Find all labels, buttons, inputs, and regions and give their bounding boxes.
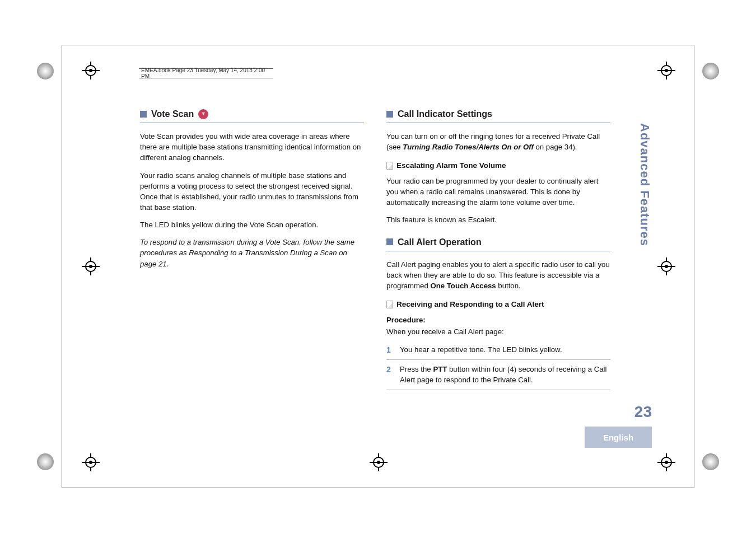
subsection-escalating: Escalating Alarm Tone Volume [386,160,610,171]
procedure-step: 1 You hear a repetitive tone. The LED bl… [386,340,610,360]
body-text: This feature is known as Escalert. [386,214,610,225]
body-text: Vote Scan provides you with wide area co… [140,131,364,163]
side-tab-section: Advanced Features [635,123,652,252]
body-text: Your radio scans analog channels of mult… [140,170,364,213]
right-column: Call Indicator Settings You can turn on … [386,107,610,443]
running-header: EMEA.book Page 23 Tuesday, May 14, 2013 … [139,68,273,78]
section-bullet-icon [386,238,393,245]
xref-link: Turning Radio Tones/Alerts On or Off [403,143,533,151]
body-text: Your radio can be programmed by your dea… [386,176,610,208]
reg-target [372,456,385,469]
text-run: button. [496,282,521,290]
heading-text: Vote Scan [151,107,194,120]
section-vote-scan: Vote Scan [140,107,364,123]
text-bold: PTT [433,365,447,373]
section-bullet-icon [386,111,393,118]
section-call-indicator: Call Indicator Settings [386,107,610,123]
reg-target [660,260,673,273]
procedure-label: Procedure: [386,315,610,325]
subsection-receiving: Receiving and Responding to a Call Alert [386,299,610,310]
reg-target [84,456,97,469]
step-number: 1 [386,344,394,355]
body-text: The LED blinks yellow during the Vote Sc… [140,219,364,230]
reg-disc [37,63,54,79]
language-box: English [585,427,652,448]
reg-disc [702,63,719,79]
procedure-intro: When you receive a Call Alert page: [386,326,610,337]
body-text: You can turn on or off the ringing tones… [386,131,610,152]
step-text: You hear a repetitive tone. The LED blin… [400,344,562,355]
reg-target [660,456,673,469]
reg-target [84,260,97,273]
page-icon [386,301,393,308]
step-text: Press the PTT button within four (4) sec… [400,364,610,385]
text-run: on page 34). [534,143,577,151]
section-bullet-icon [140,111,147,118]
runhead-text: EMEA.book Page 23 Tuesday, May 14, 2013 … [141,67,273,79]
body-text: Call Alert paging enables you to alert a… [386,259,610,291]
left-column: Vote Scan Vote Scan provides you with wi… [140,107,364,443]
page-icon [386,162,393,170]
reg-disc [702,453,719,470]
antenna-icon [198,109,208,119]
section-call-alert: Call Alert Operation [386,236,610,251]
svg-point-0 [203,114,204,115]
subheading-text: Receiving and Responding to a Call Alert [396,299,544,310]
text-bold: One Touch Access [430,282,496,290]
heading-text: Call Alert Operation [398,236,482,249]
subheading-text: Escalating Alarm Tone Volume [396,160,506,171]
page-content: Vote Scan Vote Scan provides you with wi… [140,107,610,443]
heading-text: Call Indicator Settings [398,107,492,120]
procedure-step: 2 Press the PTT button within four (4) s… [386,360,610,390]
text-run: Press the [400,365,433,373]
reg-target [660,64,673,77]
step-number: 2 [386,364,394,385]
reg-target [84,64,97,77]
page-number: 23 [634,403,652,421]
reg-disc [37,453,54,470]
body-text-italic: To respond to a transmission during a Vo… [140,237,364,269]
